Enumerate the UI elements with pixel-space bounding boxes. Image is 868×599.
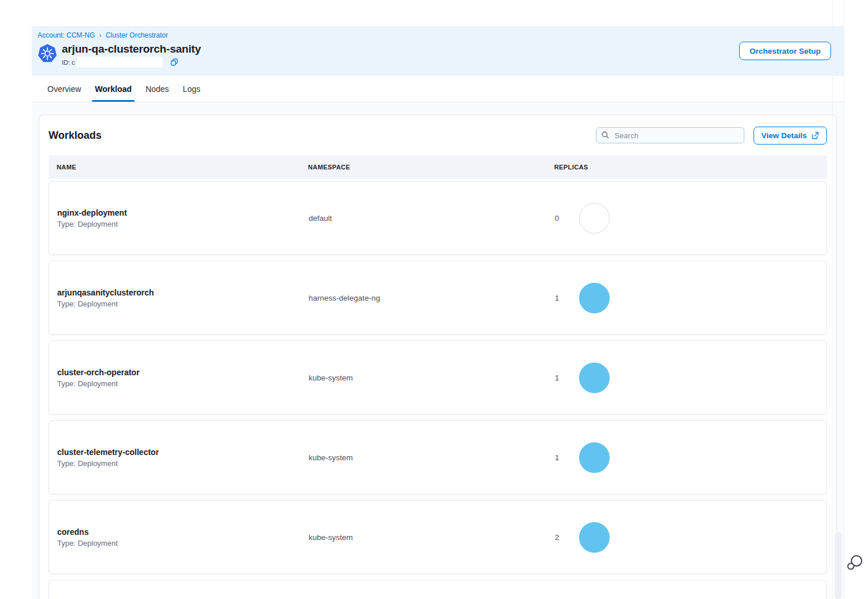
external-link-icon xyxy=(811,131,819,140)
column-header-name: NAME xyxy=(57,164,308,171)
replica-circle xyxy=(579,442,610,473)
workload-type: Type: Deployment xyxy=(57,300,309,308)
replica-circle xyxy=(579,522,610,553)
replica-count: 1 xyxy=(555,294,561,302)
workload-name: coredns xyxy=(57,527,309,537)
workload-type: Type: Deployment xyxy=(57,539,309,548)
tab-workload[interactable]: Workload xyxy=(95,84,132,102)
tab-logs[interactable]: Logs xyxy=(183,84,200,102)
table-row[interactable]: cluster-telemetry-collector Type: Deploy… xyxy=(49,420,827,494)
replica-circle xyxy=(579,363,610,393)
workload-name: cluster-telemetry-collector xyxy=(57,448,309,457)
cluster-id-value xyxy=(77,57,162,68)
replica-circle xyxy=(579,203,610,234)
breadcrumb-cluster-orchestrator[interactable]: Cluster Orchestrator xyxy=(106,31,168,39)
workload-name: arjunqasanityclusterorch xyxy=(57,288,309,297)
workloads-card: Workloads View Details xyxy=(39,114,837,599)
search-input[interactable] xyxy=(596,127,744,143)
workload-type: Type: Deployment xyxy=(57,379,309,388)
page-content: Workloads View Details xyxy=(32,103,844,599)
kubernetes-logo-icon xyxy=(38,43,57,63)
tab-overview[interactable]: Overview xyxy=(47,84,81,102)
workload-name: nginx-deployment xyxy=(57,208,309,217)
table-row[interactable]: coredns Type: Deployment kube-system 2 xyxy=(49,500,827,574)
workload-type: Type: Deployment xyxy=(57,459,309,468)
replica-count: 0 xyxy=(555,214,561,223)
tab-nodes[interactable]: Nodes xyxy=(146,84,169,102)
view-details-label: View Details xyxy=(761,131,807,140)
column-header-namespace: NAMESPACE xyxy=(308,164,554,171)
scrollbar[interactable] xyxy=(832,0,844,599)
replica-count: 1 xyxy=(555,453,561,462)
page-title: arjun-qa-clusterorch-sanity xyxy=(62,42,201,56)
tab-bar: Overview Workload Nodes Logs xyxy=(32,76,844,102)
app-window: Account: CCM-NG › Cluster Orchestrator xyxy=(32,0,844,599)
workload-namespace: default xyxy=(309,214,555,223)
breadcrumb: Account: CCM-NG › Cluster Orchestrator xyxy=(38,31,844,39)
view-details-button[interactable]: View Details xyxy=(754,127,827,145)
scrollbar-thumb[interactable] xyxy=(834,532,842,599)
cluster-id-label: ID: c xyxy=(62,59,75,66)
search-icon xyxy=(601,131,610,139)
workload-rows: nginx-deployment Type: Deployment defaul… xyxy=(49,181,827,599)
breadcrumb-account[interactable]: Account: CCM-NG xyxy=(38,31,95,39)
table-row[interactable]: nginx-deployment Type: Deployment defaul… xyxy=(49,181,827,255)
table-row[interactable]: cluster-orch-operator Type: Deployment k… xyxy=(49,341,827,415)
copy-icon[interactable] xyxy=(170,58,179,66)
workload-name: cluster-orch-operator xyxy=(57,368,309,377)
page-header: Account: CCM-NG › Cluster Orchestrator xyxy=(32,26,844,76)
table-header-row: NAME NAMESPACE REPLICAS xyxy=(49,156,827,179)
workload-namespace: kube-system xyxy=(309,374,555,382)
orchestrator-setup-button[interactable]: Orchestrator Setup xyxy=(739,42,831,60)
table-row[interactable]: arjunqasanityclusterorch Type: Deploymen… xyxy=(49,261,827,335)
workload-namespace: harness-delegate-ng xyxy=(309,294,555,302)
chevron-right-icon: › xyxy=(99,32,101,39)
workloads-title: Workloads xyxy=(49,130,596,142)
replica-count: 1 xyxy=(555,374,561,382)
table-row-partial[interactable] xyxy=(49,580,827,599)
replica-circle xyxy=(579,283,610,313)
search-box xyxy=(596,127,744,143)
workload-namespace: kube-system xyxy=(309,453,555,462)
workload-namespace: kube-system xyxy=(309,533,555,542)
chat-bubble-icon[interactable] xyxy=(845,553,864,572)
column-header-replicas: REPLICAS xyxy=(554,164,827,171)
replica-count: 2 xyxy=(555,533,561,542)
workload-type: Type: Deployment xyxy=(57,220,309,228)
